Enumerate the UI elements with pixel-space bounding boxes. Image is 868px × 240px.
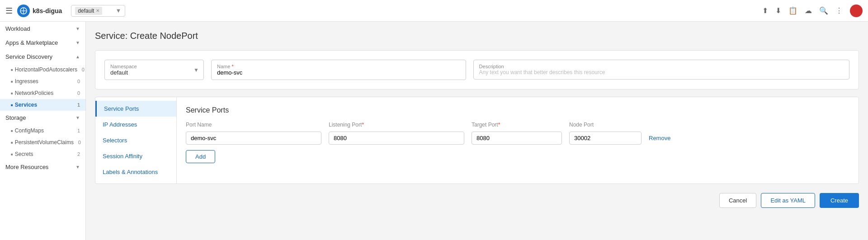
namespace-dropdown-arrow-icon[interactable]: ▼ (115, 7, 121, 14)
sidebar-item-secrets[interactable]: ■ Secrets 2 (0, 148, 85, 160)
menu-icon[interactable]: ☰ (5, 6, 13, 16)
ports-row: Remove (186, 132, 849, 145)
configmaps-badge: 1 (73, 128, 80, 133)
remove-button[interactable]: Remove (649, 135, 670, 141)
more-resources-arrow-icon: ▼ (75, 165, 80, 169)
left-nav-item-selectors[interactable]: Selectors (95, 132, 176, 148)
form-row-basic: Namespace default ▼ Name Description Any… (104, 60, 849, 80)
sidebar-workload-label: Workload (5, 25, 30, 32)
left-nav: Service Ports IP Addresses Selectors Ses… (95, 97, 177, 184)
namespace-tag: default ✕ (75, 7, 102, 15)
namespace-tag-close-icon[interactable]: ✕ (96, 8, 99, 13)
sidebar-item-more-resources[interactable]: More Resources ▼ (0, 160, 85, 174)
avatar[interactable] (850, 5, 863, 17)
sidebar-item-horizontal-pod-autoscalers[interactable]: ■ HorizontalPodAutoscalers 0 (0, 64, 85, 75)
sidebar-item-services[interactable]: ■ Services 1 (0, 99, 85, 111)
add-port-button[interactable]: Add (186, 150, 215, 163)
left-nav-item-labels-annotations[interactable]: Labels & Annotations (95, 164, 176, 180)
logo-text: k8s-digua (33, 7, 62, 14)
col-node-header: Node Port (569, 122, 642, 128)
secrets-label: Secrets (15, 151, 33, 157)
sidebar-item-configmaps[interactable]: ■ ConfigMaps 1 (0, 125, 85, 136)
app-header: ☰ k8s-digua default ✕ ▼ ⬆ ⬇ 📋 ☁ 🔍 ⋮ (0, 0, 868, 22)
apps-arrow-icon: ▼ (75, 40, 80, 45)
service-ports-section-title: Service Ports (186, 106, 849, 114)
sidebar-item-service-discovery[interactable]: Service Discovery ▲ (0, 50, 85, 64)
two-panel-section: Service Ports IP Addresses Selectors Ses… (95, 97, 859, 184)
page-title: Service: Create NodePort (95, 31, 859, 41)
desc-label: Description (479, 64, 844, 69)
name-label: Name (217, 64, 460, 69)
namespace-value: default (110, 69, 198, 76)
pvc-badge: 0 (74, 140, 81, 145)
left-nav-item-service-ports[interactable]: Service Ports (95, 101, 176, 117)
more-options-icon[interactable]: ⋮ (835, 6, 843, 15)
copy-icon[interactable]: 📋 (788, 6, 797, 15)
logo-icon (17, 5, 30, 17)
left-nav-item-ip-addresses[interactable]: IP Addresses (95, 117, 176, 132)
cloud-icon[interactable]: ☁ (805, 6, 812, 15)
secrets-badge: 2 (73, 151, 80, 157)
network-policies-dot-icon: ■ (11, 91, 13, 95)
sidebar-service-discovery-label: Service Discovery (5, 53, 52, 60)
name-field[interactable]: Name (211, 60, 466, 80)
services-badge: 1 (73, 102, 80, 108)
configmaps-label: ConfigMaps (15, 127, 44, 134)
namespace-label: Namespace (110, 64, 198, 69)
namespace-field[interactable]: Namespace default ▼ (104, 60, 204, 80)
main-layout: Workload ▼ Apps & Marketplace ▼ Service … (0, 22, 868, 240)
hpa-dot-icon: ■ (11, 68, 13, 72)
hpa-label: HorizontalPodAutoscalers (15, 66, 77, 73)
page-title-text: Create NodePort (130, 31, 198, 41)
sidebar-item-apps-marketplace[interactable]: Apps & Marketplace ▼ (0, 36, 85, 50)
secrets-dot-icon: ■ (11, 152, 13, 156)
storage-arrow-icon: ▼ (75, 115, 80, 120)
create-button[interactable]: Create (820, 193, 859, 208)
form-card-basic: Namespace default ▼ Name Description Any… (95, 50, 859, 89)
col-target-header: Target Port* (472, 122, 562, 128)
page-title-prefix: Service: (95, 31, 130, 41)
search-icon[interactable]: 🔍 (819, 6, 828, 15)
listening-port-input[interactable] (329, 132, 464, 145)
target-port-input[interactable] (472, 132, 562, 145)
sidebar-item-network-policies[interactable]: ■ NetworkPolicies 0 (0, 87, 85, 99)
left-nav-item-session-affinity[interactable]: Session Affinity (95, 148, 176, 164)
sidebar-item-workload[interactable]: Workload ▼ (0, 22, 85, 36)
header-actions: ⬆ ⬇ 📋 ☁ 🔍 ⋮ (762, 5, 863, 17)
network-policies-label: NetworkPolicies (15, 90, 53, 96)
sidebar-more-resources-label: More Resources (5, 164, 48, 170)
pvc-dot-icon: ■ (11, 141, 13, 145)
download-icon[interactable]: ⬇ (775, 6, 781, 15)
right-panel: Service Ports Port Name Listening Port* … (177, 97, 859, 184)
sidebar-apps-label: Apps & Marketplace (5, 39, 58, 46)
namespace-tag-label: default (78, 8, 94, 14)
namespace-selector[interactable]: default ✕ ▼ (71, 5, 125, 17)
service-discovery-arrow-icon: ▲ (75, 54, 80, 59)
hpa-badge: 0 (77, 67, 85, 72)
port-name-input[interactable] (186, 132, 321, 145)
sidebar-item-storage[interactable]: Storage ▼ (0, 111, 85, 125)
configmaps-dot-icon: ■ (11, 129, 13, 133)
sidebar-item-pvc[interactable]: ■ PersistentVolumeClaims 0 (0, 136, 85, 148)
cancel-button[interactable]: Cancel (719, 193, 756, 208)
col-action-header (649, 122, 685, 128)
name-input[interactable] (217, 69, 460, 76)
pvc-label: PersistentVolumeClaims (15, 139, 74, 146)
edit-as-yaml-button[interactable]: Edit as YAML (761, 193, 815, 208)
sidebar: Workload ▼ Apps & Marketplace ▼ Service … (0, 22, 86, 240)
ingresses-badge: 0 (73, 79, 80, 84)
sidebar-item-ingresses[interactable]: ■ Ingresses 0 (0, 75, 85, 87)
sidebar-storage-label: Storage (5, 114, 26, 121)
services-dot-icon: ■ (11, 103, 13, 107)
col-listening-header: Listening Port* (329, 122, 464, 128)
node-port-input[interactable] (569, 132, 642, 145)
ingresses-label: Ingresses (15, 78, 38, 85)
upload-icon[interactable]: ⬆ (762, 6, 768, 15)
desc-placeholder: Any text you want that better describes … (479, 69, 844, 75)
ports-header: Port Name Listening Port* Target Port* N… (186, 122, 849, 128)
col-port-name-header: Port Name (186, 122, 321, 128)
description-field[interactable]: Description Any text you want that bette… (473, 60, 849, 80)
main-content: Service: Create NodePort Namespace defau… (86, 22, 868, 240)
app-logo: k8s-digua (17, 5, 62, 17)
namespace-field-arrow-icon[interactable]: ▼ (193, 67, 199, 73)
